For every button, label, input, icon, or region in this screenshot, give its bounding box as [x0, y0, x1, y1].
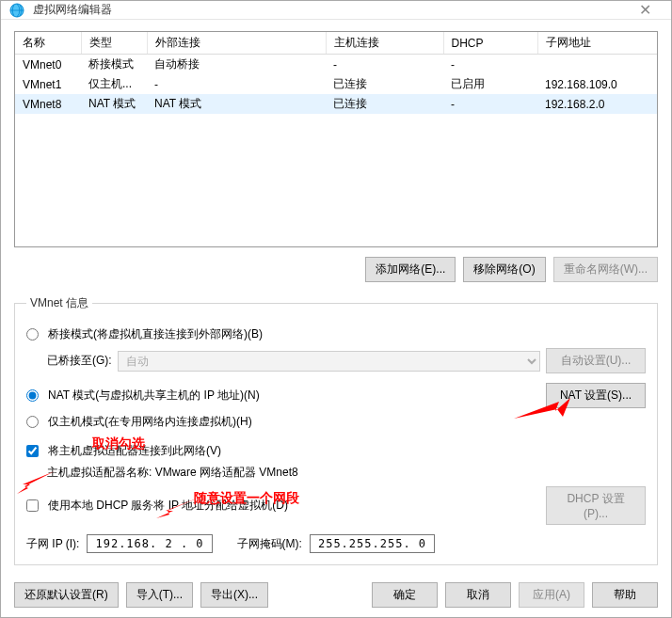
auto-settings-button: 自动设置(U)...	[546, 348, 646, 373]
dhcp-settings-button: DHCP 设置(P)...	[546, 486, 646, 525]
host-adapter-name: 主机虚拟适配器名称: VMware 网络适配器 VMnet8	[47, 465, 298, 481]
col-host[interactable]: 主机连接	[326, 32, 443, 55]
cell-host: -	[326, 55, 443, 75]
cell-name: VMnet0	[15, 55, 81, 75]
cell-host: 已连接	[326, 74, 443, 94]
bridged-to-label: 已桥接至(G):	[47, 353, 112, 369]
cell-type: 仅主机...	[81, 74, 147, 94]
titlebar: 虚拟网络编辑器 ✕	[1, 1, 671, 20]
cell-dhcp: -	[443, 55, 537, 75]
cell-subnet	[537, 55, 657, 75]
use-dhcp-checkbox[interactable]	[26, 499, 39, 512]
bridged-to-select: 自动	[118, 351, 540, 372]
subnet-mask-input[interactable]: 255.255.255. 0	[310, 534, 435, 553]
vmnet-table[interactable]: 名称 类型 外部连接 主机连接 DHCP 子网地址 VMnet0桥接模式自动桥接…	[14, 31, 658, 247]
subnet-mask-label: 子网掩码(M):	[237, 536, 302, 552]
cell-subnet: 192.168.109.0	[537, 74, 657, 94]
app-icon	[8, 2, 25, 19]
close-button[interactable]: ✕	[626, 1, 664, 19]
window-title: 虚拟网络编辑器	[33, 2, 626, 18]
col-name[interactable]: 名称	[15, 32, 81, 55]
host-only-label: 仅主机模式(在专用网络内连接虚拟机)(H)	[48, 414, 252, 430]
col-dhcp[interactable]: DHCP	[443, 32, 537, 55]
cell-host: 已连接	[326, 94, 443, 114]
nat-mode-label: NAT 模式(与虚拟机共享主机的 IP 地址)(N)	[48, 388, 260, 404]
ok-button[interactable]: 确定	[372, 582, 438, 608]
table-row[interactable]: VMnet0桥接模式自动桥接--	[15, 55, 657, 75]
rename-network-button: 重命名网络(W)...	[553, 257, 658, 282]
cell-ext: -	[147, 74, 326, 94]
table-row[interactable]: VMnet8NAT 模式NAT 模式已连接-192.168.2.0	[15, 94, 657, 114]
col-ext[interactable]: 外部连接	[147, 32, 326, 55]
help-button[interactable]: 帮助	[592, 582, 658, 608]
import-button[interactable]: 导入(T)...	[126, 582, 193, 608]
fieldset-legend: VMnet 信息	[26, 295, 92, 311]
cell-ext: 自动桥接	[147, 55, 326, 75]
table-row[interactable]: VMnet1仅主机...-已连接已启用192.168.109.0	[15, 74, 657, 94]
restore-defaults-button[interactable]: 还原默认设置(R)	[14, 582, 119, 608]
vmnet-info-fieldset: VMnet 信息 桥接模式(将虚拟机直接连接到外部网络)(B) 已桥接至(G):…	[14, 295, 658, 565]
remove-network-button[interactable]: 移除网络(O)	[463, 257, 545, 282]
nat-settings-button[interactable]: NAT 设置(S)...	[546, 383, 646, 408]
cell-name: VMnet8	[15, 94, 81, 114]
connect-host-checkbox[interactable]	[26, 445, 39, 457]
host-only-radio[interactable]	[26, 416, 39, 428]
network-button-row: 添加网络(E)... 移除网络(O) 重命名网络(W)...	[14, 257, 658, 282]
col-subnet[interactable]: 子网地址	[537, 32, 657, 55]
cell-type: NAT 模式	[81, 94, 147, 114]
col-type[interactable]: 类型	[81, 32, 147, 55]
cell-dhcp: -	[443, 94, 537, 114]
cell-ext: NAT 模式	[147, 94, 326, 114]
add-network-button[interactable]: 添加网络(E)...	[365, 257, 456, 282]
cell-subnet: 192.168.2.0	[537, 94, 657, 114]
bridged-mode-label: 桥接模式(将虚拟机直接连接到外部网络)(B)	[48, 326, 263, 342]
apply-button: 应用(A)	[519, 582, 584, 608]
subnet-ip-label: 子网 IP (I):	[26, 536, 79, 552]
cancel-button[interactable]: 取消	[445, 582, 511, 608]
cell-type: 桥接模式	[81, 55, 147, 75]
nat-mode-radio[interactable]	[26, 389, 39, 402]
export-button[interactable]: 导出(X)...	[200, 582, 268, 608]
cell-name: VMnet1	[15, 74, 81, 94]
use-dhcp-label: 使用本地 DHCP 服务将 IP 地址分配给虚拟机(D)	[48, 498, 288, 514]
connect-host-label: 将主机虚拟适配器连接到此网络(V)	[48, 443, 221, 459]
cell-dhcp: 已启用	[443, 74, 537, 94]
bridged-mode-radio[interactable]	[26, 328, 39, 341]
table-header-row: 名称 类型 外部连接 主机连接 DHCP 子网地址	[15, 32, 657, 55]
subnet-ip-input[interactable]: 192.168. 2 . 0	[87, 534, 212, 553]
bottom-button-bar: 还原默认设置(R) 导入(T)... 导出(X)... 确定 取消 应用(A) …	[1, 573, 671, 617]
